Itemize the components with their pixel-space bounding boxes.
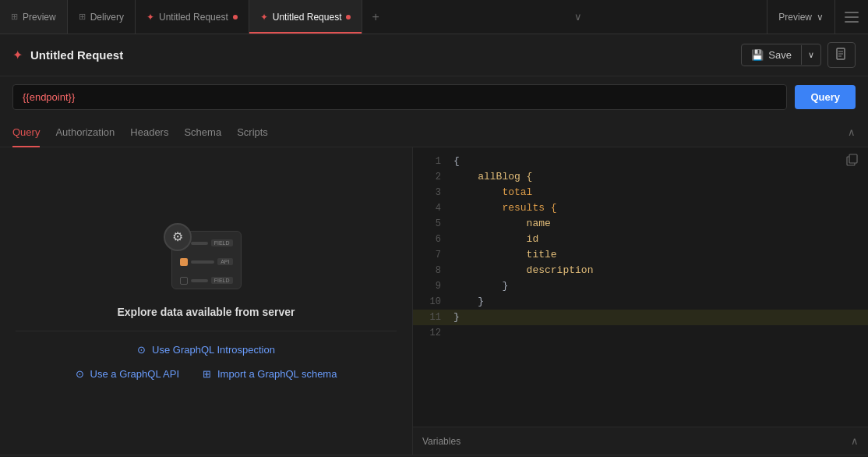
variables-bar[interactable]: Variables ∧ <box>413 427 868 455</box>
request-title: Untitled Request <box>30 48 123 62</box>
tab-untitled2[interactable]: ✦ Untitled Request <box>249 0 363 34</box>
sub-tab-authorization[interactable]: Authorization <box>55 119 115 147</box>
line-number-1: 1 <box>419 154 441 169</box>
svg-rect-2 <box>845 21 859 23</box>
tab-overflow-chevron[interactable]: ∨ <box>566 0 590 34</box>
code-line-2: 2 allBlog { <box>413 169 868 185</box>
tab-bar-right: Preview ∨ <box>767 0 868 34</box>
explore-links: ⊙ Use GraphQL Introspection ⊙ Use a Grap… <box>16 344 397 380</box>
line-number-11: 11 <box>419 310 441 325</box>
illus-line-1 <box>191 242 208 245</box>
line-number-8: 8 <box>419 263 441 278</box>
code-editor[interactable]: 1{2 allBlog {3 total4 results {5 name6 i… <box>413 147 868 427</box>
save-label: Save <box>768 49 792 61</box>
line-content-1: { <box>453 154 460 169</box>
line-content-2: allBlog { <box>453 169 532 185</box>
graphql-api-link[interactable]: ⊙ Use a GraphQL API <box>76 368 179 380</box>
explore-title: Explore data available from server <box>118 306 295 318</box>
line-number-3: 3 <box>419 185 441 200</box>
schema-icon: ⊞ <box>203 368 211 380</box>
left-panel: ⚙ FIELD API FIELD Explore <box>0 147 413 455</box>
line-number-10: 10 <box>419 294 441 310</box>
tab-preview[interactable]: ⊞ Preview <box>0 0 68 34</box>
line-number-6: 6 <box>419 232 441 247</box>
code-line-10: 10 } <box>413 294 868 310</box>
line-content-4: results { <box>453 200 557 216</box>
tab-add-button[interactable]: + <box>362 0 388 34</box>
sub-tab-headers[interactable]: Headers <box>130 119 168 147</box>
code-line-12: 12 <box>413 325 868 341</box>
main-content: ⚙ FIELD API FIELD Explore <box>0 147 868 455</box>
sub-tabs-chevron[interactable]: ∧ <box>848 126 856 138</box>
code-line-5: 5 name <box>413 216 868 232</box>
tab-preview-label: Preview <box>23 12 56 23</box>
introspection-icon: ⊙ <box>137 344 146 356</box>
line-number-4: 4 <box>419 200 441 216</box>
line-content-3: total <box>453 185 532 200</box>
header-actions: 💾 Save ∨ <box>741 42 856 68</box>
explore-links-row: ⊙ Use a GraphQL API ⊞ Import a GraphQL s… <box>76 368 337 380</box>
svg-rect-1 <box>845 16 859 18</box>
line-content-5: name <box>453 216 551 232</box>
code-line-9: 9 } <box>413 278 868 294</box>
code-line-3: 3 total <box>413 185 868 200</box>
illus-checkbox-2 <box>180 258 188 266</box>
tab-delivery[interactable]: ⊞ Delivery <box>68 0 136 34</box>
illus-tag-3: FIELD <box>211 277 233 284</box>
graphql-introspection-link[interactable]: ⊙ Use GraphQL Introspection <box>137 344 275 356</box>
variables-label: Variables <box>422 436 460 447</box>
request-title-icon: ✦ <box>12 48 23 62</box>
query-button[interactable]: Query <box>795 85 856 109</box>
explore-divider <box>16 331 397 331</box>
line-content-10: } <box>453 294 484 310</box>
save-button-group: 💾 Save ∨ <box>741 44 821 66</box>
illus-icon: ⚙ <box>164 223 192 251</box>
api-icon: ⊙ <box>76 368 84 380</box>
untitled1-tab-icon: ✦ <box>146 12 154 23</box>
illus-tag-1: FIELD <box>211 239 233 246</box>
line-number-7: 7 <box>419 247 441 263</box>
preview-tab-icon: ⊞ <box>11 12 18 22</box>
save-icon: 💾 <box>751 49 764 61</box>
copy-icon-button[interactable] <box>846 154 859 168</box>
line-content-7: title <box>453 247 557 263</box>
line-number-9: 9 <box>419 278 441 294</box>
illus-row-2: API <box>175 255 238 269</box>
preview-dropdown-chevron: ∨ <box>817 12 824 23</box>
sub-tab-schema[interactable]: Schema <box>184 119 221 147</box>
line-number-2: 2 <box>419 169 441 185</box>
illus-line-2 <box>191 260 215 264</box>
code-line-1: 1{ <box>413 154 868 169</box>
tab-bar: ⊞ Preview ⊞ Delivery ✦ Untitled Request … <box>0 0 868 34</box>
code-line-11: 11} <box>413 310 868 325</box>
tab-untitled1[interactable]: ✦ Untitled Request <box>136 0 249 34</box>
variables-chevron: ∧ <box>851 435 859 447</box>
tab-delivery-label: Delivery <box>90 12 124 23</box>
endpoint-input[interactable] <box>12 84 787 110</box>
line-number-12: 12 <box>419 325 441 341</box>
header-area: ✦ Untitled Request 💾 Save ∨ <box>0 34 868 76</box>
save-dropdown-chevron[interactable]: ∨ <box>801 45 820 65</box>
code-line-8: 8 description <box>413 263 868 278</box>
preview-dropdown-label: Preview <box>778 12 812 23</box>
preview-dropdown[interactable]: Preview ∨ <box>767 0 834 34</box>
doc-icon-button[interactable] <box>827 42 856 68</box>
code-line-7: 7 title <box>413 247 868 263</box>
sub-tab-scripts[interactable]: Scripts <box>237 119 268 147</box>
menu-icon-button[interactable] <box>834 0 868 34</box>
graphql-schema-link[interactable]: ⊞ Import a GraphQL schema <box>203 368 337 380</box>
right-panel: 1{2 allBlog {3 total4 results {5 name6 i… <box>413 147 868 455</box>
code-line-4: 4 results { <box>413 200 868 216</box>
line-number-5: 5 <box>419 216 441 232</box>
line-content-11: } <box>453 310 460 325</box>
svg-rect-0 <box>845 12 859 13</box>
tab-untitled2-dot <box>346 15 351 19</box>
save-button-main[interactable]: 💾 Save <box>742 44 801 66</box>
explore-illustration: ⚙ FIELD API FIELD <box>164 223 249 293</box>
sub-tab-query[interactable]: Query <box>12 119 40 147</box>
endpoint-bar: Query <box>0 76 868 118</box>
delivery-tab-icon: ⊞ <box>79 12 86 22</box>
untitled2-tab-icon: ✦ <box>260 12 268 23</box>
line-content-8: description <box>453 263 593 278</box>
line-content-6: id <box>453 232 538 247</box>
